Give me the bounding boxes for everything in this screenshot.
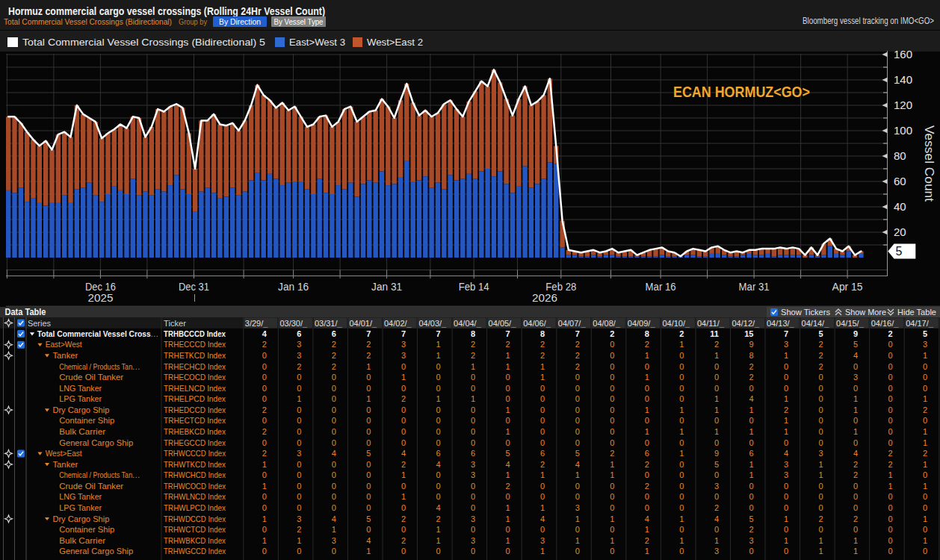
svg-text:0: 0: [540, 405, 545, 414]
svg-text:1: 1: [818, 460, 823, 469]
svg-text:0: 0: [610, 438, 614, 447]
svg-text:Apr 15: Apr 15: [832, 281, 863, 293]
svg-text:3: 3: [401, 340, 406, 349]
svg-text:2: 2: [818, 340, 823, 349]
svg-text:7: 7: [575, 329, 580, 338]
svg-text:Dec 31: Dec 31: [179, 281, 209, 293]
svg-text:0: 0: [366, 482, 371, 491]
svg-text:4: 4: [853, 449, 858, 458]
svg-text:0: 0: [262, 362, 267, 371]
svg-text:1: 1: [436, 340, 440, 349]
svg-text:2: 2: [575, 351, 580, 360]
svg-text:TRHELNCD Index: TRHELNCD Index: [164, 384, 226, 393]
svg-text:1: 1: [540, 503, 545, 512]
svg-text:1: 1: [471, 362, 475, 371]
svg-text:0: 0: [679, 351, 684, 360]
svg-text:0: 0: [679, 438, 684, 447]
svg-text:0: 0: [714, 492, 719, 501]
svg-text:04/02/_: 04/02/_: [384, 319, 412, 328]
svg-text:1: 1: [610, 536, 614, 545]
svg-text:3: 3: [297, 449, 301, 458]
svg-text:0: 0: [471, 384, 475, 393]
svg-text:Chemical / Products Tan: Chemical / Products Tan: [59, 362, 132, 371]
svg-text:TRHETKCD Index: TRHETKCD Index: [164, 351, 226, 360]
svg-text:2: 2: [401, 536, 406, 545]
svg-text:0: 0: [749, 416, 753, 425]
svg-text:1: 1: [436, 525, 440, 534]
svg-text:160: 160: [894, 48, 912, 60]
svg-text:1: 1: [505, 427, 510, 436]
svg-text:LPG Tanker: LPG Tanker: [59, 503, 102, 512]
svg-text:4: 4: [575, 460, 580, 469]
svg-text:3: 3: [297, 351, 301, 360]
svg-text:80: 80: [894, 149, 906, 162]
svg-text:0: 0: [818, 525, 823, 534]
svg-text:Feb 28: Feb 28: [545, 281, 576, 293]
svg-text:0: 0: [505, 373, 510, 382]
svg-text:Bulk Carrier: Bulk Carrier: [59, 427, 105, 436]
svg-text:2: 2: [575, 340, 580, 349]
svg-text:1: 1: [505, 405, 510, 414]
svg-text:40: 40: [894, 200, 906, 213]
svg-text:9: 9: [853, 329, 858, 338]
svg-text:Vessel Count: Vessel Count: [923, 125, 936, 202]
svg-text:1: 1: [714, 405, 719, 414]
svg-text:1: 1: [714, 536, 719, 545]
svg-text:0: 0: [679, 525, 684, 534]
svg-text:0: 0: [366, 492, 371, 501]
svg-text:0: 0: [262, 438, 267, 447]
svg-text:04/16/_: 04/16/_: [871, 319, 900, 328]
svg-text:2: 2: [645, 460, 649, 469]
svg-text:3: 3: [714, 482, 719, 491]
svg-text:0: 0: [332, 405, 336, 414]
svg-text:1: 1: [853, 427, 858, 436]
svg-text:20: 20: [894, 225, 906, 238]
svg-text:04/03/_: 04/03/_: [419, 319, 448, 328]
svg-text:1: 1: [923, 514, 927, 523]
svg-text:0: 0: [818, 384, 823, 393]
svg-text:0: 0: [679, 503, 684, 512]
svg-text:0: 0: [366, 384, 371, 393]
svg-text:0: 0: [401, 482, 406, 491]
svg-text:2: 2: [436, 514, 440, 523]
svg-text:0: 0: [853, 525, 858, 534]
svg-text:3: 3: [784, 470, 788, 479]
svg-text:2: 2: [888, 449, 893, 458]
svg-text:0: 0: [471, 373, 475, 382]
svg-text:Dry Cargo Ship: Dry Cargo Ship: [52, 514, 109, 523]
svg-text:1: 1: [714, 351, 719, 360]
svg-text:0: 0: [575, 547, 580, 556]
svg-text:3/29/_: 3/29/_: [245, 319, 268, 328]
svg-text:Total Commercial Vessel Cross: Total Commercial Vessel Cross: [37, 329, 151, 338]
svg-text:0: 0: [888, 514, 893, 523]
svg-text:0: 0: [923, 384, 927, 393]
svg-text:Dec 16: Dec 16: [85, 281, 116, 293]
svg-text:4: 4: [714, 514, 719, 523]
svg-text:0: 0: [332, 384, 336, 393]
svg-text:0: 0: [749, 503, 753, 512]
svg-text:1: 1: [262, 514, 267, 523]
svg-text:0: 0: [436, 384, 440, 393]
svg-text:0: 0: [366, 503, 371, 512]
svg-text:0: 0: [853, 482, 858, 491]
svg-text:0: 0: [610, 525, 614, 534]
svg-text:0: 0: [401, 547, 406, 556]
svg-text:1: 1: [540, 373, 545, 382]
svg-text:0: 0: [818, 373, 823, 382]
svg-text:1: 1: [923, 427, 927, 436]
svg-text:2: 2: [645, 340, 649, 349]
svg-text:0: 0: [679, 362, 684, 371]
svg-text:1: 1: [366, 547, 371, 556]
svg-text:3: 3: [749, 536, 753, 545]
svg-text:0: 0: [505, 384, 510, 393]
svg-text:1: 1: [505, 503, 510, 512]
svg-text:TRHEDCCD Index: TRHEDCCD Index: [164, 405, 226, 414]
svg-text:0: 0: [610, 394, 614, 403]
svg-text:4: 4: [505, 460, 510, 469]
svg-text:0: 0: [888, 340, 893, 349]
svg-text:4: 4: [436, 460, 440, 469]
svg-text:4: 4: [262, 329, 268, 338]
svg-text:1: 1: [436, 351, 440, 360]
svg-text:0: 0: [923, 416, 927, 425]
svg-text:3: 3: [471, 514, 475, 523]
